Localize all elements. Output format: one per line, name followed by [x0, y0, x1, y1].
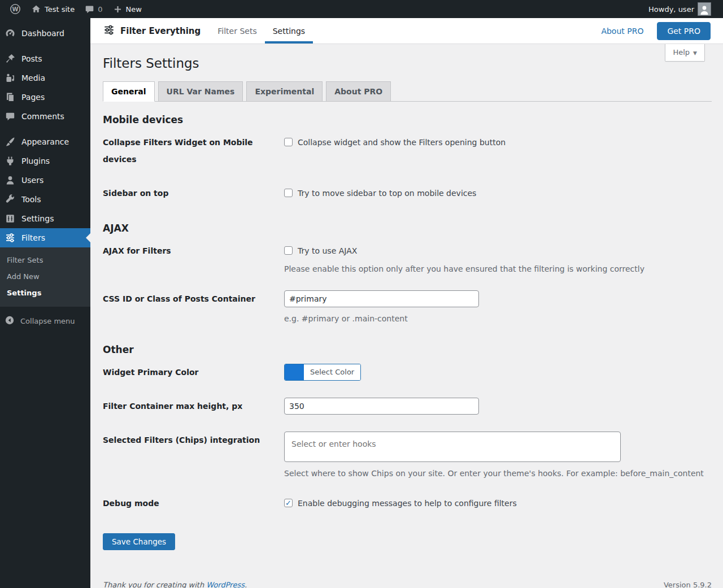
sidebar-item-label: Tools [21, 195, 41, 204]
sidebar-item-comments[interactable]: Comments [0, 107, 90, 126]
field-label: Widget Primary Color [103, 364, 284, 381]
max-height-input[interactable] [284, 398, 479, 415]
sidebar-item-posts[interactable]: Posts [0, 49, 90, 68]
chips-hooks-multiselect[interactable]: Select or enter hooks [284, 432, 621, 462]
site-name: Test site [45, 5, 75, 14]
row-collapse-widget: Collapse Filters Widget on Mobile device… [103, 125, 712, 176]
media-icon [5, 72, 16, 84]
comments-bubble[interactable]: 0 [80, 0, 107, 18]
new-content-menu[interactable]: New [108, 0, 147, 18]
content-area: Filter Everything Filter Sets Settings A… [90, 18, 723, 588]
howdy-text: Howdy, user [648, 5, 694, 14]
sidebar-item-label: Media [21, 73, 45, 82]
sidebar-item-pages[interactable]: Pages [0, 88, 90, 107]
settings-main: Help▼ Filters Settings General URL Var N… [90, 44, 723, 588]
debug-mode-checkbox[interactable] [284, 499, 293, 507]
sidebar-item-label: Filters [21, 233, 45, 242]
submenu-settings[interactable]: Settings [0, 285, 90, 301]
plugin-nav-settings[interactable]: Settings [265, 18, 313, 43]
plugin-header: Filter Everything Filter Sets Settings A… [90, 18, 723, 44]
sidebar-item-label: Users [21, 176, 43, 185]
checkbox-label: Try to move sidebar to top on mobile dev… [298, 189, 476, 198]
page-title: Filters Settings [103, 44, 712, 72]
sidebar-item-media[interactable]: Media [0, 68, 90, 88]
tab-experimental[interactable]: Experimental [246, 81, 323, 102]
my-account-menu[interactable]: Howdy, user [643, 0, 716, 18]
comment-icon [85, 5, 94, 14]
chips-placeholder: Select or enter hooks [291, 439, 376, 448]
collapse-menu-button[interactable]: Collapse menu [0, 311, 90, 330]
filters-submenu: Filter Sets Add New Settings [0, 247, 90, 307]
color-swatch [285, 364, 304, 380]
field-label: Debug mode [103, 495, 284, 512]
settings-tabs: General URL Var Names Experimental About… [103, 81, 712, 102]
wordpress-link[interactable]: WordPress [206, 581, 245, 588]
section-heading-other: Other [103, 344, 712, 355]
footer-version: Version 5.9.2 [664, 581, 712, 588]
plus-icon [113, 5, 123, 14]
sidebar-item-settings[interactable]: Settings [0, 209, 90, 228]
ajax-checkbox[interactable] [284, 246, 293, 255]
dashboard-icon [5, 28, 16, 39]
sidebar-item-plugins[interactable]: Plugins [0, 151, 90, 171]
filter-everything-logo-icon [103, 24, 115, 38]
row-ajax-for-filters: AJAX for Filters Try to use AJAX Please … [103, 234, 712, 282]
wordpress-logo-menu[interactable]: W [5, 0, 26, 18]
pages-icon [5, 92, 16, 103]
color-picker-button[interactable]: Select Color [284, 364, 361, 381]
help-dropdown-button[interactable]: Help▼ [665, 44, 705, 62]
row-chips-integration: Selected Filters (Chips) integration Sel… [103, 423, 712, 486]
tab-general[interactable]: General [103, 81, 155, 102]
home-icon [31, 4, 41, 14]
collapse-widget-checkbox[interactable] [284, 138, 293, 146]
sidebar-item-users[interactable]: Users [0, 171, 90, 190]
admin-sidebar: Dashboard Posts Media Pages Comments [0, 18, 90, 588]
new-label: New [126, 5, 142, 14]
admin-footer: Thank you for creating with WordPress. V… [103, 581, 712, 588]
submenu-add-new[interactable]: Add New [0, 268, 90, 285]
sidebar-item-label: Appearance [21, 137, 69, 146]
site-name-link[interactable]: Test site [26, 0, 80, 18]
field-label: Selected Filters (Chips) integration [103, 432, 284, 448]
sidebar-item-appearance[interactable]: Appearance [0, 132, 90, 151]
footer-thanks: Thank you for creating with WordPress. [103, 581, 247, 588]
tab-url-var-names[interactable]: URL Var Names [158, 81, 243, 102]
section-heading-ajax: AJAX [103, 223, 712, 234]
filters-icon [5, 232, 16, 243]
field-label: Filter Container max height, px [103, 398, 284, 415]
wordpress-logo-icon: W [10, 3, 21, 15]
sidebar-item-tools[interactable]: Tools [0, 190, 90, 209]
sidebar-item-label: Posts [21, 54, 42, 63]
about-pro-link[interactable]: About PRO [601, 27, 643, 36]
comments-icon [5, 111, 16, 122]
user-icon [5, 175, 16, 186]
plugin-nav-filter-sets[interactable]: Filter Sets [210, 18, 264, 43]
row-css-container: CSS ID or Class of Posts Container e.g. … [103, 282, 712, 332]
field-label: CSS ID or Class of Posts Container [103, 290, 284, 307]
avatar [698, 2, 711, 16]
comments-count: 0 [98, 5, 102, 14]
tab-about-pro[interactable]: About PRO [326, 81, 391, 102]
sidebar-item-label: Settings [21, 214, 54, 223]
css-container-input[interactable] [284, 290, 479, 307]
sidebar-item-dashboard[interactable]: Dashboard [0, 24, 90, 43]
field-helper: e.g. #primary or .main-content [284, 314, 712, 323]
settings-icon [5, 213, 16, 224]
row-max-height: Filter Container max height, px [103, 389, 712, 423]
help-label: Help [673, 48, 690, 56]
field-helper: Select where to show Chips on your site.… [284, 469, 712, 478]
footer-thanks-text: Thank you for creating with [103, 581, 206, 588]
save-changes-button[interactable]: Save Changes [103, 533, 175, 550]
caret-down-icon: ▼ [693, 50, 697, 56]
select-color-label: Select Color [304, 364, 360, 380]
get-pro-button[interactable]: Get PRO [657, 22, 711, 40]
pin-icon [5, 53, 16, 64]
submenu-filter-sets[interactable]: Filter Sets [0, 252, 90, 268]
wrench-icon [5, 194, 16, 205]
row-widget-primary-color: Widget Primary Color Select Color [103, 355, 712, 389]
admin-bar: W Test site 0 New Howdy, user [0, 0, 723, 18]
section-heading-mobile: Mobile devices [103, 114, 712, 125]
sidebar-on-top-checkbox[interactable] [284, 189, 293, 197]
sidebar-item-filters[interactable]: Filters [0, 228, 90, 247]
row-sidebar-on-top: Sidebar on top Try to move sidebar to to… [103, 176, 712, 210]
